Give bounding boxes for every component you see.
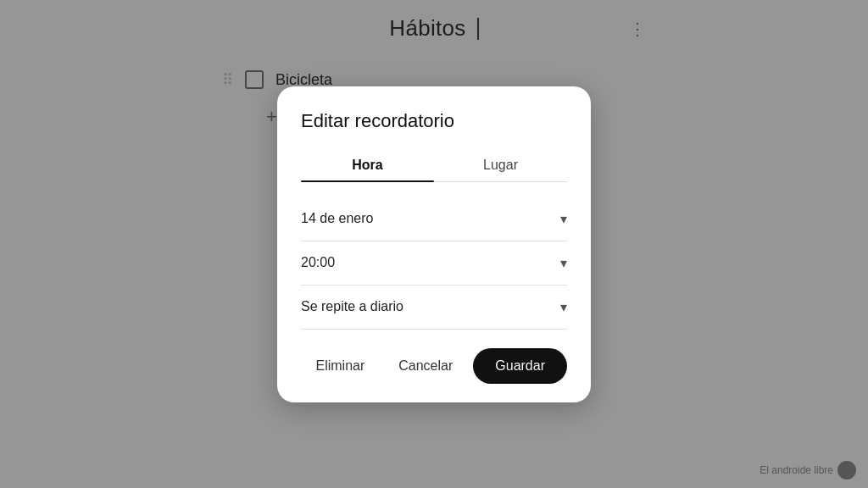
tab-lugar[interactable]: Lugar [434, 149, 567, 181]
date-dropdown[interactable]: 14 de enero ▾ [301, 197, 567, 241]
edit-reminder-dialog: Editar recordatorio Hora Lugar 14 de ene… [277, 86, 591, 402]
date-arrow-icon: ▾ [560, 211, 567, 227]
date-label: 14 de enero [301, 211, 373, 226]
save-button[interactable]: Guardar [473, 348, 567, 384]
dialog-title: Editar recordatorio [301, 110, 567, 132]
watermark-icon [837, 461, 856, 480]
cancel-button[interactable]: Cancelar [385, 350, 466, 382]
time-arrow-icon: ▾ [560, 255, 567, 271]
time-label: 20:00 [301, 255, 335, 270]
repeat-label: Se repite a diario [301, 299, 403, 314]
dialog-actions: Eliminar Cancelar Guardar [301, 348, 567, 384]
time-dropdown[interactable]: 20:00 ▾ [301, 241, 567, 286]
watermark: El androide libre [760, 461, 856, 480]
dialog-tabs: Hora Lugar [301, 149, 567, 182]
dialog-overlay: Editar recordatorio Hora Lugar 14 de ene… [0, 0, 868, 488]
delete-button[interactable]: Eliminar [302, 350, 378, 382]
repeat-arrow-icon: ▾ [560, 299, 567, 315]
watermark-text: El androide libre [760, 464, 833, 476]
repeat-dropdown[interactable]: Se repite a diario ▾ [301, 286, 567, 330]
tab-hora[interactable]: Hora [301, 149, 434, 181]
